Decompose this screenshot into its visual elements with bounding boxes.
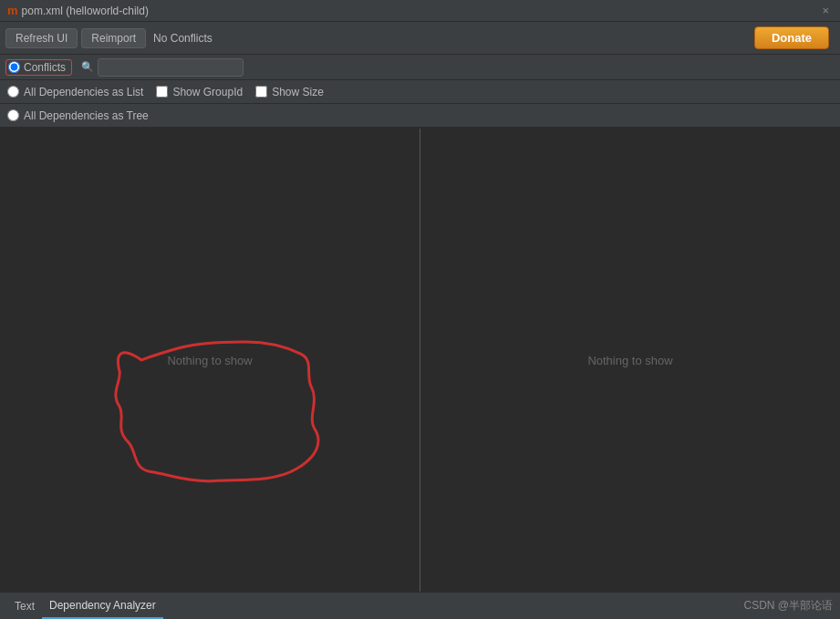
conflicts-radio-label[interactable]: Conflicts [24,61,66,74]
toolbar: Refresh UI Reimport No Conflicts Donate [0,22,840,55]
show-size-label[interactable]: Show Size [272,86,324,98]
refresh-ui-button[interactable]: Refresh UI [5,28,78,48]
all-deps-tree-group: All Dependencies as Tree [7,109,149,122]
options-row-2: All Dependencies as List Show GroupId Sh… [0,80,840,104]
show-size-group: Show Size [255,86,324,98]
show-size-checkbox[interactable] [255,86,267,98]
right-panel-empty-text: Nothing to show [587,354,672,367]
right-panel: Nothing to show [420,129,840,592]
maven-icon: m [7,4,18,17]
all-deps-list-label[interactable]: All Dependencies as List [24,86,143,98]
all-deps-list-group: All Dependencies as List [7,86,143,98]
options-row-3: All Dependencies as Tree [0,104,840,128]
show-groupid-group: Show GroupId [156,86,243,98]
left-panel-empty-text: Nothing to show [167,354,252,367]
show-groupid-label[interactable]: Show GroupId [172,86,243,98]
conflicts-radio[interactable] [8,61,20,73]
close-tab-button[interactable]: × [818,4,833,17]
dependency-analyzer-tab[interactable]: Dependency Analyzer [42,593,163,619]
reimport-button[interactable]: Reimport [81,28,146,48]
all-deps-list-radio[interactable] [7,86,19,98]
title-bar-text: pom.xml (helloworld-child) [22,5,819,17]
conflicts-option-box: Conflicts [5,59,72,76]
title-bar: m pom.xml (helloworld-child) × [0,0,840,22]
status-right-text: CSDN @半部论语 [743,598,833,614]
donate-button[interactable]: Donate [754,26,829,49]
search-icon: 🔍 [81,61,94,73]
all-deps-tree-radio[interactable] [7,109,19,121]
options-row-1: Conflicts 🔍 [0,55,840,80]
show-groupid-checkbox[interactable] [156,86,168,98]
search-input[interactable] [98,58,244,77]
main-content: Nothing to show Nothing to show [0,128,840,592]
left-panel: Nothing to show [0,129,420,592]
no-conflicts-label: No Conflicts [153,32,213,45]
status-bar: Text Dependency Analyzer CSDN @半部论语 [0,592,840,619]
text-tab[interactable]: Text [7,593,42,619]
all-deps-tree-label[interactable]: All Dependencies as Tree [24,109,149,122]
